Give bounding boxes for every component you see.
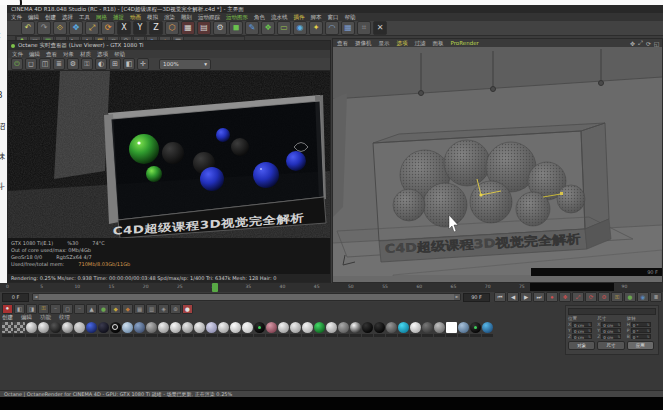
anim-icon-9[interactable]: ◆ [110,304,121,314]
material-30[interactable] [362,322,374,339]
lv-icon-2[interactable]: ◫ [39,58,51,70]
material-35[interactable] [422,322,434,339]
material-40[interactable] [482,322,494,339]
anim-icon-2[interactable]: ◨ [26,304,37,314]
toolbar-icon-5[interactable]: ⟳ [101,21,115,35]
material-5[interactable] [62,322,74,339]
material-39[interactable] [470,322,482,339]
timeline-tick-15[interactable]: 15 [109,284,115,289]
lv-icon-4[interactable]: ⚙ [67,58,79,70]
mat-menu-编辑[interactable]: 编辑 [21,314,32,321]
lv-menu-对象[interactable]: 对象 [63,51,74,58]
timeline-tick-45[interactable]: 45 [314,284,320,289]
transport-btn-2[interactable]: ▶ [520,292,532,302]
timeline-tick-75[interactable]: 75 [519,284,525,289]
vp-menu-查看[interactable]: 查看 [337,40,348,47]
coord-col-1-field-Y[interactable]: 0 cm⇅ [601,328,621,333]
material-28[interactable] [338,322,350,339]
material-29[interactable] [350,322,362,339]
anim-icon-10[interactable]: ◆ [122,304,133,314]
main-menu-渲染[interactable]: 渲染 [164,13,175,21]
main-menu-插件[interactable]: 插件 [294,13,305,21]
coordinates-topfield[interactable] [568,308,656,315]
scroll-left-arrow[interactable]: ◄ [33,294,39,300]
lv-menu-选项[interactable]: 选项 [97,51,108,58]
toolbar-icon-11[interactable]: ▤ [197,21,211,35]
material-34[interactable] [410,322,422,339]
lv-icon-1[interactable]: ◻ [25,58,37,70]
coord-col-0-field-Z[interactable]: 0 cm⇅ [572,334,592,339]
lv-menu-帮助[interactable]: 帮助 [114,51,125,58]
toolbar-icon-16[interactable]: ▭ [277,21,291,35]
coord-col-2-field-B[interactable]: 0 °⇅ [631,334,651,339]
timeline-tick-5[interactable]: 5 [40,284,43,289]
transport-btn-0[interactable]: ⏮ [494,292,506,302]
lv-icon-9[interactable]: ✛ [137,58,149,70]
timeline-tick-40[interactable]: 40 [280,284,286,289]
material-6[interactable] [74,322,86,339]
timeline-scrollbar[interactable]: ◄ ► [32,293,461,301]
toolbar-icon-12[interactable]: ⚙ [213,21,227,35]
material-37[interactable] [446,322,458,339]
transport-btn-7[interactable]: ⟳ [585,292,597,302]
lv-icon-6[interactable]: ◐ [95,58,107,70]
main-menu-动画[interactable]: 动画 [130,13,141,21]
lv-icon-7[interactable]: ⊞ [109,58,121,70]
lv-menu-查看[interactable]: 查看 [46,51,57,58]
timeline-current-frame-marker[interactable] [212,283,218,292]
transport-btn-1[interactable]: ◀ [507,292,519,302]
transport-btn-3[interactable]: ⏭ [533,292,545,302]
coord-col-0-field-Y[interactable]: 0 cm⇅ [572,328,592,333]
material-2[interactable] [26,322,38,339]
main-menu-运动图形[interactable]: 运动图形 [226,13,248,21]
main-menu-文件[interactable]: 文件 [11,13,22,21]
toolbar-icon-4[interactable]: ⤢ [85,21,99,35]
stepper-icon[interactable]: ⇅ [617,335,620,338]
material-11[interactable] [134,322,146,339]
timeline-tick-10[interactable]: 10 [74,284,80,289]
material-9[interactable] [110,322,122,339]
material-16[interactable] [194,322,206,339]
timeline-tick-70[interactable]: 70 [485,284,491,289]
coord-btn-尺寸[interactable]: 尺寸 [597,341,624,350]
main-menu-脚本[interactable]: 脚本 [311,13,322,21]
timeline-tick-65[interactable]: 65 [451,284,457,289]
toolbar-icon-1[interactable]: ↷ [37,21,51,35]
coord-col-1-field-X[interactable]: 0 cm⇅ [601,322,621,327]
toolbar-icon-22[interactable]: ✕ [373,21,387,35]
main-menu-选择[interactable]: 选择 [62,13,73,21]
viewport-canvas[interactable]: C4D超级课程3D视觉完全解析 [333,47,662,276]
material-21[interactable] [254,322,266,339]
toolbar-icon-10[interactable]: ▦ [181,21,195,35]
lv-icon-5[interactable]: ⚿ [81,58,93,70]
vp-menu-选项[interactable]: 选项 [397,40,408,47]
anim-icon-15[interactable]: ● [182,304,193,314]
toolbar-icon-6[interactable]: X [117,21,131,35]
coord-col-2-field-H[interactable]: 0 °⇅ [631,322,651,327]
material-8[interactable] [98,322,110,339]
anim-icon-7[interactable]: ▲ [86,304,97,314]
lv-icon-0[interactable]: ⏻ [11,58,23,70]
vp-corner-icon-2[interactable]: ⟳ [645,40,652,47]
main-menu-流水线[interactable]: 流水线 [271,13,288,21]
toolbar-icon-18[interactable]: ✦ [309,21,323,35]
mat-menu-创建[interactable]: 创建 [2,314,13,321]
toolbar-icon-2[interactable]: ⟐ [53,21,67,35]
material-24[interactable] [290,322,302,339]
main-menu-捕捉[interactable]: 捕捉 [113,13,124,21]
octane-render-canvas[interactable]: C4D超级课程3D视觉完全解析 [8,71,330,238]
main-menu-模拟[interactable]: 模拟 [147,13,158,21]
material-33[interactable] [398,322,410,339]
transport-btn-11[interactable]: ◉ [637,292,649,302]
transport-btn-10[interactable]: ● [624,292,636,302]
toolbar-icon-8[interactable]: Z [149,21,163,35]
material-26[interactable] [314,322,326,339]
anim-icon-1[interactable]: ◧ [14,304,25,314]
main-menu-运动跟踪[interactable]: 运动跟踪 [198,13,220,21]
timeline-tick-50[interactable]: 50 [348,284,354,289]
frame-start-field[interactable]: 0 F [2,293,29,302]
main-menu-帮助[interactable]: 帮助 [345,13,356,21]
transport-btn-9[interactable]: ⚿ [611,292,623,302]
timeline-tick-0[interactable]: 0 [6,284,9,289]
main-menu-角色[interactable]: 角色 [254,13,265,21]
